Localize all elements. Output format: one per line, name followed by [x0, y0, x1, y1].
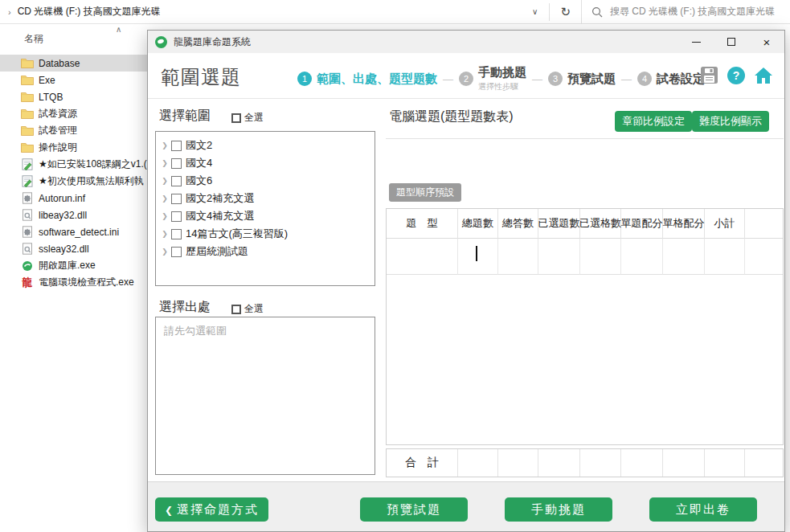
file-row[interactable]: ★初次使用或無法順利執 — [0, 173, 147, 190]
breadcrumb[interactable]: CD 光碟機 (F:) 技高國文題庫光碟 — [18, 5, 161, 18]
expand-chevron-icon[interactable]: ❯ — [160, 141, 170, 149]
text-caret — [476, 246, 477, 261]
step-2-circle: 2 — [459, 72, 473, 86]
scope-tree-item[interactable]: ❯國文4 — [160, 154, 375, 172]
file-name: LTQB — [39, 92, 63, 103]
scope-tree-item[interactable]: ❯國文2 — [160, 137, 375, 154]
scope-item-checkbox[interactable] — [171, 229, 182, 239]
scope-tree-item[interactable]: ❯歷屆統測試題 — [160, 243, 375, 260]
file-name: 操作說明 — [39, 141, 77, 154]
explorer-address-bar: › CD 光碟機 (F:) 技高國文題庫光碟 ∨ ↻ 搜尋 CD 光碟機 (F:… — [0, 0, 790, 24]
cell-selected-questions[interactable] — [538, 239, 580, 275]
scope-item-checkbox[interactable] — [171, 176, 182, 186]
dialog-titlebar[interactable]: 龍騰題庫命題系統 × — [148, 31, 784, 53]
dragon-app-icon: 龍 — [21, 276, 34, 289]
folder-icon — [21, 125, 34, 137]
preview-questions-button[interactable]: 預覽試題 — [360, 497, 468, 522]
file-name: software_detect.ini — [39, 227, 119, 238]
scope-tree-item[interactable]: ❯國文4補充文選 — [160, 207, 375, 225]
breadcrumb-chevron-icon[interactable]: › — [0, 7, 18, 17]
file-row[interactable]: ssleay32.dll — [0, 240, 147, 257]
file-row[interactable]: Database — [0, 55, 147, 72]
step-indicator: 1 範圍、出處、題型題數 — 2 手動挑題 選擇性步驟 — 3 預覽試題 — 4… — [297, 63, 705, 95]
expand-chevron-icon[interactable]: ❯ — [160, 212, 170, 220]
scope-item-checkbox[interactable] — [171, 141, 182, 151]
file-name: ★如已安裝108課綱之v1.( — [39, 158, 147, 171]
column-header: 題 型 — [387, 209, 458, 239]
scope-item-checkbox[interactable] — [171, 158, 182, 169]
cell-question-type[interactable] — [387, 239, 458, 275]
help-icon[interactable]: ? — [727, 67, 745, 84]
scope-item-label: 國文4 — [186, 156, 212, 170]
file-row[interactable]: 龍 電腦環境檢查程式.exe — [0, 274, 147, 291]
manual-pick-button[interactable]: 手動挑題 — [505, 497, 612, 522]
step-3-circle: 3 — [548, 72, 563, 86]
totals-cell — [458, 449, 498, 477]
search-input[interactable]: 搜尋 CD 光碟機 (F:) 技高國文題庫光碟 — [581, 0, 790, 24]
file-row[interactable]: 操作說明 — [0, 139, 147, 156]
step-1-circle: 1 — [297, 72, 312, 86]
scope-tree-item[interactable]: ❯國文6 — [160, 172, 375, 190]
scope-item-checkbox[interactable] — [171, 194, 182, 204]
column-header: 單題配分 — [621, 209, 663, 239]
file-row[interactable]: libeay32.dll — [0, 207, 147, 223]
chapter-ratio-button[interactable]: 章節比例設定 — [615, 111, 692, 132]
cell-subtotal[interactable] — [705, 239, 745, 275]
cell-total-questions[interactable] — [458, 239, 498, 275]
column-header-name[interactable]: 名稱 — [24, 32, 43, 46]
file-row[interactable]: Autorun.inf — [0, 190, 147, 207]
scope-item-label: 14篇古文(高三複習版) — [186, 227, 288, 241]
source-select-all[interactable]: 全選 — [231, 302, 264, 316]
generate-paper-button[interactable]: 立即出卷 — [649, 497, 757, 522]
home-icon[interactable] — [754, 67, 773, 84]
expand-chevron-icon[interactable]: ❯ — [160, 177, 170, 185]
totals-cell — [621, 449, 663, 477]
expand-chevron-icon[interactable]: ❯ — [160, 159, 170, 167]
expand-chevron-icon[interactable]: ❯ — [160, 194, 170, 203]
save-icon[interactable] — [700, 66, 718, 84]
file-name: 電腦環境檢查程式.exe — [39, 276, 134, 289]
file-row[interactable]: Exe — [0, 72, 147, 88]
address-dropdown-caret-icon[interactable]: ∨ — [521, 7, 549, 16]
column-header: 已選格數 — [580, 209, 621, 239]
source-select-all-checkbox[interactable] — [231, 305, 241, 314]
expand-chevron-icon[interactable]: ❯ — [160, 230, 170, 238]
sort-ascending-icon[interactable]: ∧ — [116, 25, 121, 34]
back-to-method-button[interactable]: ❮選擇命題方式 — [155, 497, 268, 522]
file-name: ★初次使用或無法順利執 — [39, 174, 144, 188]
scope-select-all[interactable]: 全選 — [231, 111, 264, 125]
file-list-pane: 名稱 ∧ Database Exe LTQB 試卷資源 試卷管理 操作說明 ★ — [0, 24, 147, 532]
file-name: Exe — [39, 75, 55, 86]
cell-points-per-question[interactable] — [621, 239, 663, 275]
scope-tree-item[interactable]: ❯國文2補充文選 — [160, 190, 375, 207]
file-row[interactable]: 開啟題庫.exe — [0, 257, 147, 274]
file-row[interactable]: ★如已安裝108課綱之v1.( — [0, 156, 147, 173]
totals-row: 合 計 — [386, 448, 784, 477]
source-list[interactable]: 請先勾選範圍 — [155, 317, 375, 475]
source-select-all-label: 全選 — [244, 302, 264, 316]
close-button[interactable]: × — [749, 31, 784, 53]
file-row[interactable]: 試卷管理 — [0, 122, 147, 139]
dll-file-icon — [21, 243, 34, 256]
cell-selected-blanks[interactable] — [580, 239, 621, 275]
expand-chevron-icon[interactable]: ❯ — [160, 248, 170, 256]
scope-select-all-checkbox[interactable] — [231, 113, 241, 123]
file-row[interactable]: software_detect.ini — [0, 223, 147, 240]
scope-item-checkbox[interactable] — [171, 247, 182, 257]
file-row[interactable]: 試卷資源 — [0, 105, 147, 122]
scope-item-checkbox[interactable] — [171, 211, 182, 222]
cell-total-answers[interactable] — [498, 239, 538, 275]
totals-cell — [663, 449, 705, 477]
column-header: 單格配分 — [663, 209, 705, 239]
scope-tree-item[interactable]: ❯14篇古文(高三複習版) — [160, 225, 375, 243]
file-row[interactable]: LTQB — [0, 88, 147, 105]
minimize-button[interactable] — [678, 31, 714, 53]
cell-points-per-blank[interactable] — [663, 239, 705, 275]
scope-section-title: 選擇範圍 — [159, 108, 211, 125]
difficulty-ratio-button[interactable]: 難度比例顯示 — [692, 111, 769, 132]
table-row[interactable] — [387, 239, 783, 275]
type-order-preset-button[interactable]: 題型順序預設 — [389, 183, 461, 202]
scope-item-label: 國文4補充文選 — [186, 209, 254, 223]
refresh-icon[interactable]: ↻ — [550, 5, 581, 19]
maximize-button[interactable] — [714, 31, 749, 53]
